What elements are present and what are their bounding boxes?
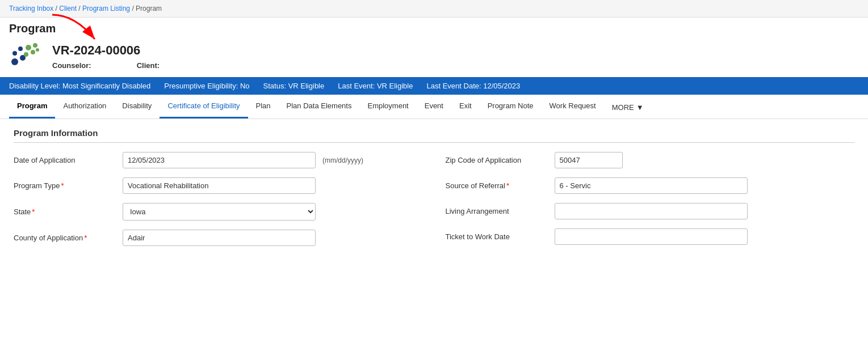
tab-work-request[interactable]: Work Request [542,95,604,118]
county-label: County of Application* [14,234,116,242]
last-event-date: Last Event Date: 12/05/2023 [426,82,534,90]
section-title: Program Information [14,128,854,138]
zip-code-label: Zip Code of Application [446,156,548,164]
svg-point-8 [24,52,28,57]
tab-disability[interactable]: Disability [114,95,160,118]
ticket-to-work-input[interactable] [555,228,748,245]
tab-certificate[interactable]: Certificate of Eligibility [160,95,248,118]
state-row: State* Iowa [14,203,423,221]
tab-program-note[interactable]: Program Note [480,95,542,118]
tab-program[interactable]: Program [9,95,55,118]
arrow-annotation: VR-2024-00006 Counselor: Client: [52,43,182,70]
tab-authorization[interactable]: Authorization [55,95,114,118]
svg-point-4 [26,45,31,50]
breadcrumb-program-listing[interactable]: Program Listing [82,5,130,12]
ticket-to-work-row: Ticket to Work Date [446,228,855,245]
program-type-label: Program Type* [14,181,116,190]
content-area: Program Information Date of Application … [0,119,868,255]
state-label: State* [14,207,116,216]
presumptive-eligibility: Presumptive Eligibility: No [164,82,263,90]
svg-point-6 [31,50,35,54]
required-star-state: * [32,207,35,216]
client-label: Client: [137,61,160,70]
svg-point-5 [33,43,37,48]
svg-point-2 [12,51,17,56]
state-select[interactable]: Iowa [123,203,316,221]
required-star: * [61,181,64,190]
tab-employment[interactable]: Employment [359,95,416,118]
source-of-referral-input[interactable] [555,177,748,194]
source-of-referral-row: Source of Referral* [446,177,855,194]
form-grid: Date of Application (mm/dd/yyyy) Program… [14,152,854,246]
tab-more[interactable]: MORE ▼ [604,96,652,118]
nav-tabs: Program Authorization Disability Certifi… [0,95,868,119]
date-of-application-label: Date of Application [14,156,116,164]
more-label: MORE [612,103,634,112]
breadcrumb-current: Program [136,5,162,12]
program-type-row: Program Type* [14,177,423,194]
source-of-referral-label: Source of Referral* [446,181,548,190]
svg-point-0 [11,58,18,65]
tab-event[interactable]: Event [417,95,451,118]
counselor-label: Counselor: [52,61,91,70]
section-divider [14,142,854,143]
breadcrumb: Tracking Inbox / Client / Program Listin… [0,0,868,18]
living-arrangement-row: Living Arrangement [446,203,855,219]
page-title: Program [0,18,868,37]
zip-code-row: Zip Code of Application [446,152,855,168]
logo-icon [9,42,43,70]
svg-point-7 [36,48,39,52]
status-value: Status: VR Eligible [263,82,338,90]
svg-point-3 [18,46,23,51]
living-arrangement-input[interactable] [555,203,748,219]
required-star-county: * [84,234,87,242]
date-of-application-row: Date of Application (mm/dd/yyyy) [14,152,423,168]
program-id: VR-2024-00006 [52,43,182,58]
right-column: Zip Code of Application Source of Referr… [446,152,855,246]
left-column: Date of Application (mm/dd/yyyy) Program… [14,152,423,246]
tab-plan[interactable]: Plan [248,95,279,118]
tab-exit[interactable]: Exit [451,95,480,118]
status-bar: Disability Level: Most Significantly Dis… [0,77,868,95]
program-type-input[interactable] [123,177,316,194]
ticket-to-work-label: Ticket to Work Date [446,232,548,241]
county-row: County of Application* [14,230,423,246]
disability-level: Disability Level: Most Significantly Dis… [9,82,164,90]
chevron-down-icon: ▼ [636,103,644,112]
date-of-application-input[interactable] [123,152,316,168]
last-event: Last Event: VR Eligible [338,82,426,90]
breadcrumb-tracking[interactable]: Tracking Inbox [9,5,53,12]
breadcrumb-client[interactable]: Client [59,5,77,12]
required-star-referral: * [506,181,509,190]
zip-code-input[interactable] [555,152,623,168]
tab-plan-data[interactable]: Plan Data Elements [279,95,360,118]
header-info: VR-2024-00006 Counselor: Client: [0,37,868,77]
date-hint: (mm/dd/yyyy) [322,156,363,164]
county-input[interactable] [123,230,316,246]
living-arrangement-label: Living Arrangement [446,207,548,215]
